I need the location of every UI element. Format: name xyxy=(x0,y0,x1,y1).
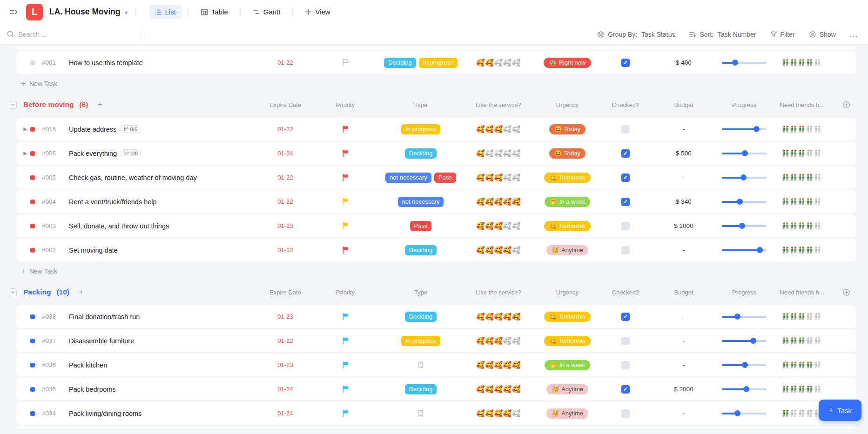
column-header[interactable]: Urgency xyxy=(531,289,604,296)
collapse-group-icon[interactable] xyxy=(9,101,17,109)
expire-date-cell[interactable]: 01-22 xyxy=(255,247,316,254)
like-rating-cell[interactable]: 🥰🥰🥰🥰🥰 xyxy=(466,361,531,369)
expand-subtasks-icon[interactable]: ▶ xyxy=(20,126,30,132)
add-task-to-group-icon[interactable]: + xyxy=(97,100,102,110)
progress-slider[interactable] xyxy=(722,314,767,320)
progress-slider[interactable] xyxy=(722,60,767,66)
collapse-sidebar-icon[interactable] xyxy=(7,6,20,18)
urgency-badge[interactable]: 😰Right now xyxy=(544,58,591,68)
type-cell[interactable] xyxy=(375,410,466,417)
budget-cell[interactable]: - xyxy=(647,337,720,344)
urgency-cell[interactable]: 😋Tomorrow xyxy=(531,336,604,346)
new-task-button[interactable]: +New Task xyxy=(21,266,81,276)
priority-cell[interactable] xyxy=(316,149,375,157)
tab-gantt[interactable]: Gantt xyxy=(247,5,286,19)
checkbox[interactable]: ✓ xyxy=(621,198,630,206)
priority-cell[interactable] xyxy=(316,385,375,393)
budget-cell[interactable]: - xyxy=(647,410,720,417)
type-badge[interactable]: In progress xyxy=(401,124,440,134)
column-header[interactable]: Urgency xyxy=(531,101,604,108)
progress-slider[interactable] xyxy=(722,150,767,157)
expand-subtasks-icon[interactable]: ▶ xyxy=(20,150,30,156)
tab-table[interactable]: Table xyxy=(195,5,234,19)
type-cell[interactable]: Deciding xyxy=(375,148,466,159)
task-title[interactable]: Rent a vent/truck/friends help xyxy=(69,198,157,206)
new-task-button[interactable]: +New Task xyxy=(21,79,81,89)
progress-slider[interactable] xyxy=(722,174,767,181)
friends-rating-cell[interactable]: 👬👬👬👬👬 xyxy=(768,174,836,181)
add-task-button[interactable]: + Task xyxy=(819,400,861,421)
progress-handle[interactable] xyxy=(734,410,740,416)
task-status-bullet[interactable] xyxy=(30,411,35,416)
type-badge[interactable]: Deciding xyxy=(405,245,437,255)
progress-handle[interactable] xyxy=(732,60,738,66)
task-status-bullet[interactable] xyxy=(30,314,35,319)
urgency-cell[interactable]: 🤭In a week xyxy=(531,360,604,370)
task-title[interactable]: Disassemble furniture xyxy=(69,337,134,345)
tab-list[interactable]: List xyxy=(149,5,182,19)
friends-rating-cell[interactable]: 👬👬👬👬👬 xyxy=(768,59,836,66)
add-task-to-group-icon[interactable]: + xyxy=(79,287,84,297)
checkbox[interactable]: ✓ xyxy=(621,149,630,158)
column-header[interactable]: Priority xyxy=(316,289,375,296)
task-status-bullet[interactable] xyxy=(30,175,35,180)
progress-slider[interactable] xyxy=(722,338,767,344)
expire-date-cell[interactable]: 01-22 xyxy=(255,59,316,66)
type-badge[interactable]: not necessary xyxy=(398,197,444,207)
filter-control[interactable]: Filter xyxy=(770,31,795,38)
priority-cell[interactable] xyxy=(316,174,375,181)
column-header[interactable]: Like the service? xyxy=(466,289,531,296)
budget-cell[interactable]: - xyxy=(647,361,720,368)
progress-handle[interactable] xyxy=(742,362,748,368)
column-header[interactable]: Progress xyxy=(720,289,768,296)
like-rating-cell[interactable]: 🥰🥰🥰🥰🥰 xyxy=(466,385,531,394)
budget-cell[interactable]: $ 2000 xyxy=(647,386,720,393)
search-input[interactable] xyxy=(18,31,125,38)
progress-handle[interactable] xyxy=(737,199,743,205)
friends-rating-cell[interactable]: 👬👬👬👬👬 xyxy=(768,222,836,229)
type-badge[interactable]: Deciding xyxy=(384,58,416,68)
task-status-bullet[interactable] xyxy=(30,151,35,156)
workspace-logo[interactable]: L xyxy=(26,4,43,20)
checkbox[interactable] xyxy=(621,337,630,345)
urgency-cell[interactable]: 🥳Anytime xyxy=(531,245,604,255)
type-badge[interactable]: Pass xyxy=(410,221,432,231)
tab-add-view[interactable]: View xyxy=(299,5,336,19)
task-title[interactable]: Final donation/trash run xyxy=(69,313,140,320)
urgency-badge[interactable]: 🥳Anytime xyxy=(546,384,588,394)
type-badge[interactable]: In progress xyxy=(419,58,458,68)
urgency-badge[interactable]: 🤭In a week xyxy=(545,360,591,370)
type-cell[interactable]: In progress xyxy=(375,336,466,346)
type-cell[interactable]: not necessaryPass xyxy=(375,173,466,183)
urgency-cell[interactable]: 😋Tomorrow xyxy=(531,173,604,183)
expire-date-cell[interactable]: 01-23 xyxy=(255,313,316,320)
column-header[interactable]: Like the service? xyxy=(466,101,531,108)
friends-rating-cell[interactable]: 👬👬👬👬👬 xyxy=(768,150,836,157)
expire-date-cell[interactable]: 01-22 xyxy=(255,126,316,133)
friends-rating-cell[interactable]: 👬👬👬👬👬 xyxy=(768,126,836,133)
like-rating-cell[interactable]: 🥰🥰🥰🥰🥰 xyxy=(466,222,531,230)
show-control[interactable]: Show xyxy=(809,31,836,38)
type-badge[interactable]: Deciding xyxy=(405,384,437,394)
budget-cell[interactable]: $ 400 xyxy=(647,59,720,66)
progress-slider[interactable] xyxy=(722,362,767,368)
urgency-badge[interactable]: 🥳Anytime xyxy=(546,408,588,419)
checkbox[interactable]: ✓ xyxy=(621,174,630,182)
column-header[interactable]: Type xyxy=(375,101,466,108)
add-column-icon[interactable] xyxy=(836,101,856,109)
task-title[interactable]: How to use this template xyxy=(69,59,143,67)
type-cell[interactable]: Deciding xyxy=(375,312,466,322)
column-header[interactable]: Type xyxy=(375,289,466,296)
urgency-badge[interactable]: 😋Tomorrow xyxy=(544,173,591,183)
like-rating-cell[interactable]: 🥰🥰🥰🥰🥰 xyxy=(466,409,531,418)
checkbox[interactable]: ✓ xyxy=(621,59,630,67)
urgency-badge[interactable]: 🤭In a week xyxy=(545,197,591,207)
progress-handle[interactable] xyxy=(743,386,749,392)
type-cell[interactable]: not necessary xyxy=(375,197,466,207)
priority-cell[interactable] xyxy=(316,125,375,133)
task-title[interactable]: Set moving date xyxy=(69,247,118,254)
urgency-badge[interactable]: 😆Today xyxy=(549,124,585,134)
urgency-badge[interactable]: 😋Tomorrow xyxy=(544,336,591,346)
group-title[interactable]: Packing xyxy=(23,288,51,296)
sort-control[interactable]: Sort: Task Number xyxy=(689,31,756,38)
